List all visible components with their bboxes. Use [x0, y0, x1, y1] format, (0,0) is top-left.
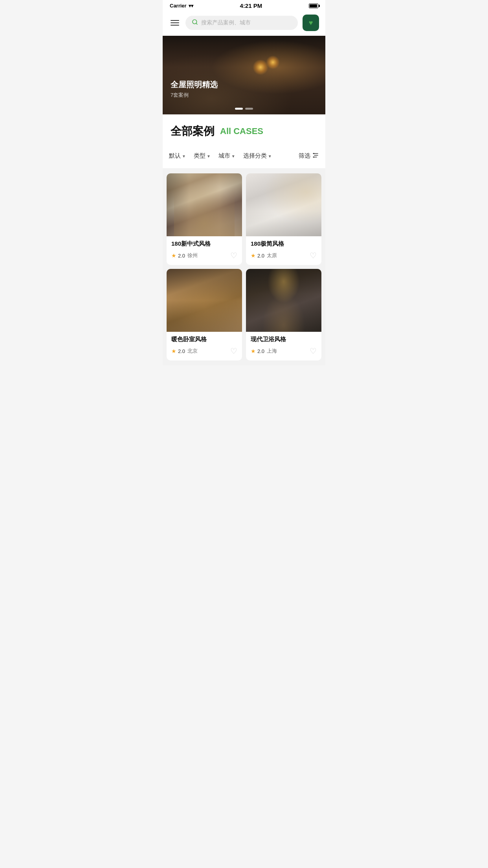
- filter-category[interactable]: 选择分类 ▼: [239, 150, 276, 162]
- star-icon-3: ★: [171, 348, 176, 354]
- favorite-button-2[interactable]: ♡: [310, 251, 317, 260]
- filter-bar: 默认 ▼ 类型 ▼ 城市 ▼ 选择分类 ▼ 筛选: [163, 145, 325, 169]
- status-time: 4:21 PM: [240, 2, 262, 9]
- rating-score-3: 2.0: [178, 348, 185, 354]
- search-placeholder: 搜索产品案例、城市: [201, 19, 251, 26]
- svg-point-6: [313, 156, 314, 158]
- filter-label: 筛选: [299, 152, 310, 160]
- case-rating-3: ★ 2.0 北京: [171, 348, 198, 355]
- rating-score-4: 2.0: [257, 348, 264, 354]
- case-card-4[interactable]: 现代卫浴风格 ★ 2.0 上海 ♡: [246, 269, 321, 360]
- case-image-2: [246, 173, 321, 236]
- banner[interactable]: 全屋照明精选 7套案例: [163, 36, 325, 114]
- rating-city-3: 北京: [187, 348, 198, 355]
- chevron-down-icon-type: ▼: [207, 154, 211, 158]
- chevron-down-icon-default: ▼: [182, 154, 186, 158]
- dot-1[interactable]: [235, 108, 243, 110]
- favorite-button-3[interactable]: ♡: [230, 346, 237, 356]
- rating-city-2: 太原: [267, 252, 277, 259]
- case-card-3[interactable]: 暖色卧室风格 ★ 2.0 北京 ♡: [167, 269, 242, 360]
- rating-city-1: 徐州: [187, 252, 198, 259]
- case-rating-4: ★ 2.0 上海: [251, 348, 277, 355]
- battery-icon: [309, 4, 318, 8]
- case-card-1[interactable]: 180新中式风格 ★ 2.0 徐州 ♡: [167, 173, 242, 265]
- rating-score-2: 2.0: [257, 253, 264, 259]
- filter-type-label: 类型: [194, 152, 205, 160]
- banner-subtitle: 7套案例: [171, 92, 218, 99]
- section-title-english: All CASES: [220, 126, 263, 136]
- wifi-icon: ▾▾: [189, 3, 193, 9]
- hamburger-button[interactable]: [169, 18, 181, 27]
- star-icon-2: ★: [251, 252, 256, 259]
- case-info-2: 180极简风格 ★ 2.0 太原 ♡: [246, 236, 321, 265]
- case-card-2[interactable]: 180极简风格 ★ 2.0 太原 ♡: [246, 173, 321, 265]
- carrier-label: Carrier: [170, 3, 187, 9]
- banner-scene: [163, 36, 325, 114]
- case-info-1: 180新中式风格 ★ 2.0 徐州 ♡: [167, 236, 242, 265]
- rating-score-1: 2.0: [178, 253, 185, 259]
- sliders-icon: [312, 152, 319, 160]
- search-icon: [192, 19, 198, 27]
- filter-city-label: 城市: [218, 152, 230, 160]
- status-bar: Carrier ▾▾ 4:21 PM: [163, 0, 325, 11]
- filter-default-label: 默认: [169, 152, 181, 160]
- case-image-1: [167, 173, 242, 236]
- case-meta-4: ★ 2.0 上海 ♡: [251, 346, 317, 356]
- section-title-chinese: 全部案例: [171, 124, 215, 139]
- case-meta-2: ★ 2.0 太原 ♡: [251, 251, 317, 260]
- case-title-2: 180极简风格: [251, 240, 317, 248]
- rating-city-4: 上海: [267, 348, 277, 355]
- filter-category-label: 选择分类: [243, 152, 267, 160]
- dot-2[interactable]: [245, 108, 253, 110]
- svg-point-5: [313, 153, 314, 154]
- filter-advanced-button[interactable]: 筛选: [299, 152, 319, 160]
- case-info-4: 现代卫浴风格 ★ 2.0 上海 ♡: [246, 332, 321, 360]
- case-title-4: 现代卫浴风格: [251, 336, 317, 343]
- lamp-decoration-right: [266, 55, 280, 69]
- chevron-down-icon-category: ▼: [268, 154, 272, 158]
- banner-dots: [235, 108, 253, 110]
- cases-grid: 180新中式风格 ★ 2.0 徐州 ♡ 180极简风格 ★ 2.0 太原: [163, 169, 325, 365]
- favorite-button-4[interactable]: ♡: [310, 346, 317, 356]
- case-title-3: 暖色卧室风格: [171, 336, 237, 343]
- search-bar[interactable]: 搜索产品案例、城市: [185, 16, 298, 30]
- case-image-4: [246, 269, 321, 332]
- case-rating-2: ★ 2.0 太原: [251, 252, 277, 259]
- section-header: 全部案例 All CASES: [163, 114, 325, 145]
- filter-default[interactable]: 默认 ▼: [169, 150, 190, 162]
- svg-line-1: [196, 23, 197, 24]
- filter-type[interactable]: 类型 ▼: [190, 150, 215, 162]
- favorites-button[interactable]: ♥: [303, 15, 319, 31]
- banner-title: 全屋照明精选: [171, 79, 218, 90]
- heart-filled-icon: ♥: [309, 19, 313, 27]
- case-title-1: 180新中式风格: [171, 240, 237, 248]
- case-image-3: [167, 269, 242, 332]
- case-meta-1: ★ 2.0 徐州 ♡: [171, 251, 237, 260]
- banner-background: [163, 36, 325, 114]
- star-icon-4: ★: [251, 348, 256, 354]
- app-header: 搜索产品案例、城市 ♥: [163, 11, 325, 36]
- banner-text: 全屋照明精选 7套案例: [171, 79, 218, 99]
- filter-city[interactable]: 城市 ▼: [215, 150, 239, 162]
- favorite-button-1[interactable]: ♡: [230, 251, 237, 260]
- case-info-3: 暖色卧室风格 ★ 2.0 北京 ♡: [167, 332, 242, 360]
- case-meta-3: ★ 2.0 北京 ♡: [171, 346, 237, 356]
- star-icon-1: ★: [171, 252, 176, 259]
- case-rating-1: ★ 2.0 徐州: [171, 252, 198, 259]
- status-left: Carrier ▾▾: [170, 3, 193, 9]
- chevron-down-icon-city: ▼: [231, 154, 235, 158]
